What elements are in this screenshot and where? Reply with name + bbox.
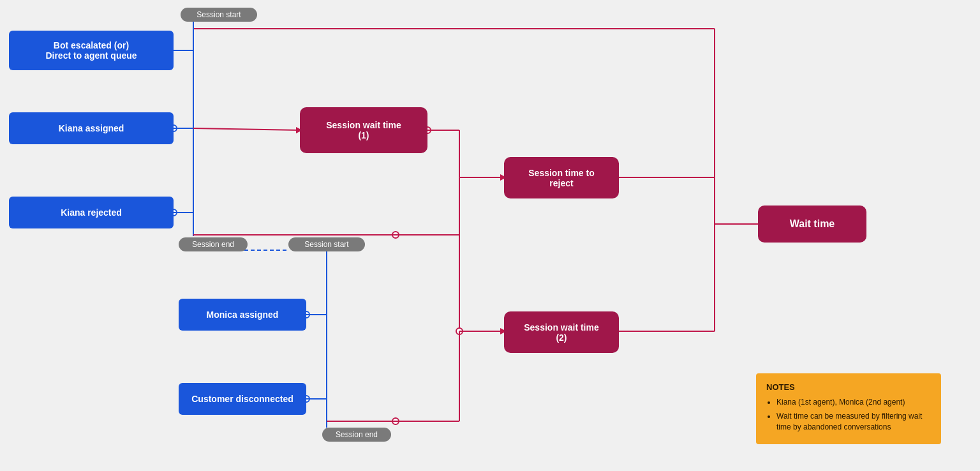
pill-session-end-1: Session end <box>179 237 248 251</box>
customer-disconnected-box: Customer disconnected <box>179 383 306 415</box>
monica-assigned-box: Monica assigned <box>179 299 306 331</box>
session-wait-time-1-box: Session wait time (1) <box>300 107 427 153</box>
kiana-assigned-box: Kiana assigned <box>9 112 174 144</box>
notes-item-2: Wait time can be measured by filtering w… <box>776 411 931 433</box>
svg-point-16 <box>392 232 399 238</box>
notes-box: NOTES Kiana (1st agent), Monica (2nd age… <box>756 373 941 444</box>
diagram-container: Session start Session end Session start … <box>0 0 980 471</box>
pill-session-start-2: Session start <box>288 237 365 251</box>
wait-time-box: Wait time <box>758 206 866 243</box>
kiana-rejected-box: Kiana rejected <box>9 197 174 228</box>
pill-session-end-2: Session end <box>322 428 391 442</box>
session-time-to-reject-box: Session time to reject <box>504 157 619 198</box>
svg-point-19 <box>456 328 463 334</box>
bot-escalated-box: Bot escalated (or) Direct to agent queue <box>9 31 174 70</box>
svg-point-33 <box>392 418 399 424</box>
notes-title: NOTES <box>766 382 931 392</box>
pill-session-start-1: Session start <box>181 8 257 22</box>
svg-line-8 <box>193 128 300 130</box>
notes-list: Kiana (1st agent), Monica (2nd agent) Wa… <box>766 397 931 432</box>
notes-item-1: Kiana (1st agent), Monica (2nd agent) <box>776 397 931 408</box>
session-wait-time-2-box: Session wait time (2) <box>504 311 619 353</box>
